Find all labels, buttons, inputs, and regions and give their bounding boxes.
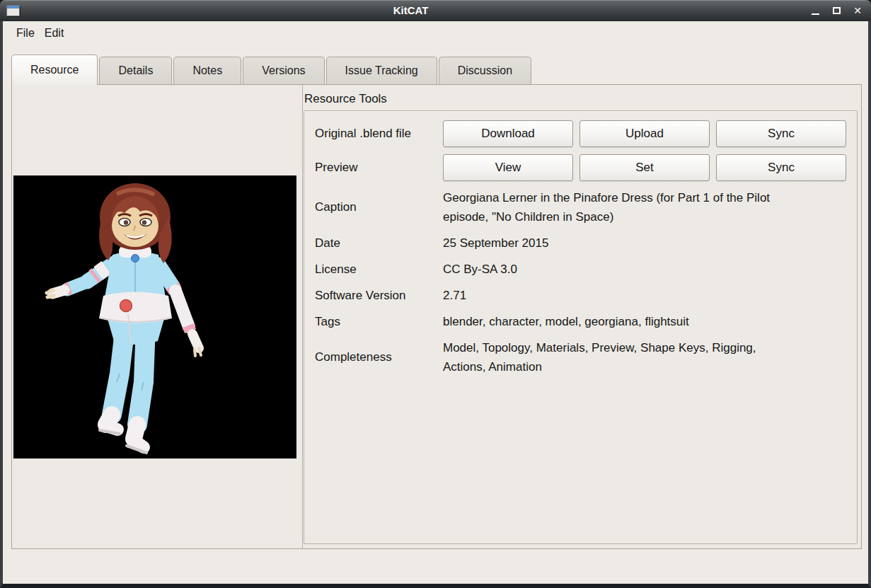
download-button[interactable]: Download bbox=[443, 120, 573, 147]
license-value: CC By-SA 3.0 bbox=[443, 260, 783, 279]
preview-actions: View Set Sync bbox=[443, 154, 846, 181]
close-button[interactable]: ✕ bbox=[850, 2, 865, 19]
tags-label: Tags bbox=[315, 315, 443, 329]
character-illustration bbox=[13, 175, 296, 459]
completeness-label: Completeness bbox=[315, 350, 443, 364]
blend-file-label: Original .blend file bbox=[315, 127, 443, 141]
resource-tab-panel: Resource Tools Original .blend file Down… bbox=[11, 84, 862, 549]
license-label: License bbox=[315, 263, 443, 277]
resource-tools-title: Resource Tools bbox=[304, 91, 858, 108]
app-window: KitCAT ✕ File Edit Resource Details Note… bbox=[0, 0, 871, 588]
window-controls: ✕ bbox=[807, 0, 865, 21]
character-preview-image bbox=[13, 175, 296, 459]
sync-preview-button[interactable]: Sync bbox=[716, 154, 846, 181]
tab-discussion[interactable]: Discussion bbox=[439, 57, 531, 84]
close-icon: ✕ bbox=[853, 5, 862, 16]
minimize-icon bbox=[812, 13, 819, 15]
completeness-value: Model, Topology, Materials, Preview, Sha… bbox=[443, 338, 783, 376]
date-value: 25 September 2015 bbox=[443, 234, 783, 253]
upload-button[interactable]: Upload bbox=[579, 120, 710, 147]
title-bar[interactable]: KitCAT ✕ bbox=[0, 0, 871, 21]
caption-label: Caption bbox=[315, 200, 443, 214]
set-button[interactable]: Set bbox=[579, 154, 710, 181]
menu-edit[interactable]: Edit bbox=[40, 24, 69, 42]
window-body: File Edit Resource Details Notes Version… bbox=[0, 21, 871, 588]
sync-blend-button[interactable]: Sync bbox=[716, 120, 846, 147]
software-version-label: Software Version bbox=[315, 289, 443, 303]
tags-value: blender, character, model, georgiana, fl… bbox=[443, 312, 783, 331]
maximize-icon bbox=[833, 7, 841, 14]
software-version-value: 2.71 bbox=[443, 286, 783, 305]
blend-file-actions: Download Upload Sync bbox=[443, 120, 846, 147]
resource-tools-pane: Resource Tools Original .blend file Down… bbox=[303, 85, 861, 548]
tab-issue-tracking[interactable]: Issue Tracking bbox=[326, 57, 437, 84]
resource-tools-groupbox: Original .blend file Download Upload Syn… bbox=[304, 110, 858, 544]
tab-resource[interactable]: Resource bbox=[11, 54, 98, 85]
tab-notes[interactable]: Notes bbox=[173, 57, 241, 84]
menu-bar: File Edit bbox=[3, 21, 868, 45]
view-button[interactable]: View bbox=[443, 154, 573, 181]
window-title: KitCAT bbox=[0, 0, 821, 21]
menu-file[interactable]: File bbox=[11, 24, 40, 42]
tab-versions[interactable]: Versions bbox=[243, 57, 324, 84]
maximize-button[interactable] bbox=[829, 2, 844, 19]
tab-strip: Resource Details Notes Versions Issue Tr… bbox=[11, 54, 868, 84]
date-label: Date bbox=[315, 236, 443, 250]
preview-label: Preview bbox=[315, 161, 443, 175]
tab-details[interactable]: Details bbox=[99, 57, 172, 84]
preview-pane bbox=[12, 85, 303, 548]
caption-value: Georgiana Lerner in the Pinafore Dress (… bbox=[443, 188, 783, 226]
minimize-button[interactable] bbox=[807, 2, 823, 19]
